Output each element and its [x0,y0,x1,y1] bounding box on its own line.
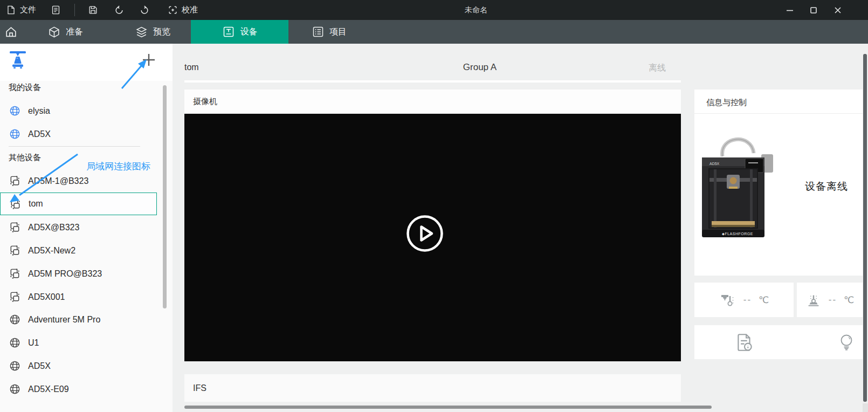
printer-device-icon [222,25,235,38]
printer-logo-icon [7,50,29,70]
info-control-title: 信息与控制 [706,98,747,108]
my-devices-section-label: 我的设备 [9,83,41,93]
info-divider [694,113,863,114]
save-icon [88,5,98,15]
vertical-scrollbar-thumb[interactable] [863,54,867,402]
device-offline-text: 设备离线 [805,180,848,194]
maximize-button[interactable] [804,0,823,20]
bed-temp-cell[interactable]: -- ℃ [797,283,863,317]
lan-icon [9,221,21,234]
calibrate-icon [168,5,178,15]
horizontal-scrollbar[interactable] [184,406,712,409]
device-row[interactable]: AD5M PRO@B323 [0,262,157,285]
save-button[interactable] [88,0,98,20]
undo-button[interactable] [114,0,125,20]
layers-icon [135,25,148,39]
ifs-panel[interactable]: IFS [184,374,681,402]
device-row[interactable]: AD5X-E09 [0,377,157,401]
nozzle-temp-value: -- [743,294,752,305]
tab-device[interactable]: 设备 [191,20,288,44]
add-device-button[interactable] [139,50,159,70]
main-navbar: 准备 预览 设备 项目 [0,20,868,44]
document-list-icon [51,5,61,15]
device-status-badge: 离线 [636,63,666,74]
globe-blue-icon [9,128,21,140]
device-row[interactable]: AD5X@B323 [0,216,157,239]
header-divider [184,80,681,83]
svg-text:⬥FLASHFORGE: ⬥FLASHFORGE [722,232,753,236]
lan-icon [9,244,21,257]
device-row[interactable]: AD5X-New2 [0,239,157,262]
lightbulb-icon [838,333,855,351]
close-button[interactable] [828,0,848,20]
lan-icon [9,267,21,280]
redo-icon [139,5,150,16]
bed-temp-value: -- [829,294,837,305]
device-row[interactable]: AD5X001 [0,285,157,308]
ifs-panel-title: IFS [193,383,206,393]
maximize-icon [811,8,816,13]
titlebar: 文件 校准 未命名 [0,0,868,20]
undo-icon [114,5,125,16]
window-title: 未命名 [465,0,487,20]
play-icon [405,214,444,253]
sidebar-scrollbar[interactable] [163,85,167,308]
bed-temp-icon [805,292,822,308]
lan-icon [9,198,22,210]
globe-gray-icon [9,313,21,326]
minimize-button[interactable] [780,0,800,20]
tab-project-label: 项目 [329,26,347,38]
device-row[interactable]: U1 [0,331,157,354]
camera-panel: 摄像机 [184,90,681,361]
file-icon [6,5,16,15]
project-list-icon [312,25,325,38]
camera-panel-title: 摄像机 [193,97,217,107]
calibrate-button[interactable]: 校准 [168,0,198,20]
toolbar-separator [74,4,75,16]
file-menu-button[interactable]: 文件 [6,0,36,20]
play-button[interactable] [405,214,444,253]
home-button[interactable] [4,20,18,44]
tab-prepare-label: 准备 [66,26,83,38]
calibrate-label: 校准 [182,5,198,15]
device-row[interactable]: AD5X [0,354,157,377]
lan-icon [9,291,21,303]
cube-icon [47,25,61,39]
tab-project[interactable]: 项目 [312,20,347,44]
nozzle-temp-unit: ℃ [759,294,769,306]
nozzle-temp-cell[interactable]: -- ℃ [694,283,794,317]
sidebar-divider [9,146,140,147]
camera-panel-header: 摄像机 [184,90,681,114]
device-row[interactable]: elysia [0,99,157,122]
chamber-light-button[interactable] [838,333,855,351]
device-row[interactable]: Adventurer 5M Pro [0,308,157,331]
device-row[interactable]: AD5M-1@B323 [0,169,157,193]
svg-text:AD5X: AD5X [709,162,720,166]
device-row[interactable]: AD5X [0,122,157,146]
tab-preview[interactable]: 预览 [135,20,170,44]
globe-gray-icon [9,337,21,349]
scrollbar-corner [863,403,868,412]
document-list-button[interactable] [51,0,61,20]
printer-photo: AD5X ⬥FLASHFORGE [698,132,775,242]
device-log-button[interactable] [734,332,755,353]
bed-temp-unit: ℃ [844,294,854,306]
redo-button[interactable] [139,0,150,20]
tab-prepare[interactable]: 准备 [47,20,83,44]
camera-video-area [184,114,681,361]
nozzle-temp-icon [719,291,736,308]
tab-device-label: 设备 [240,26,258,38]
lan-icon [9,175,21,187]
device-group-name[interactable]: Group A [447,62,512,73]
info-control-card: 信息与控制 AD5X [694,90,863,276]
device-row-selected[interactable]: tom [0,193,157,215]
home-icon [4,25,18,39]
selected-device-name: tom [184,63,199,72]
document-info-icon [734,332,755,353]
tab-preview-label: 预览 [153,26,170,38]
globe-gray-icon [9,383,21,395]
file-menu-label: 文件 [20,5,36,15]
close-icon [835,8,841,13]
plus-icon [141,52,157,68]
other-devices-section-label: 其他设备 [9,153,41,163]
